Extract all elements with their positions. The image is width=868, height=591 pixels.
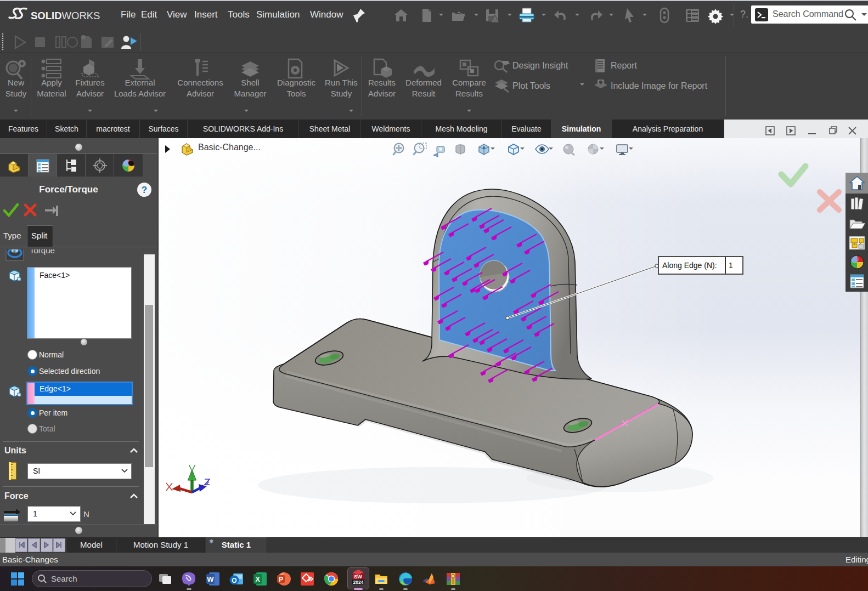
svg-text:8: 8 bbox=[13, 249, 16, 254]
svg-text:SOLIDWORKS: SOLIDWORKS bbox=[31, 10, 100, 21]
svg-text:2024: 2024 bbox=[353, 579, 364, 585]
svg-text:X: X bbox=[255, 575, 260, 583]
svg-text:P: P bbox=[279, 576, 283, 583]
svg-text:O: O bbox=[232, 577, 236, 584]
svg-text:W: W bbox=[207, 575, 214, 583]
svg-text:SW: SW bbox=[354, 574, 362, 579]
